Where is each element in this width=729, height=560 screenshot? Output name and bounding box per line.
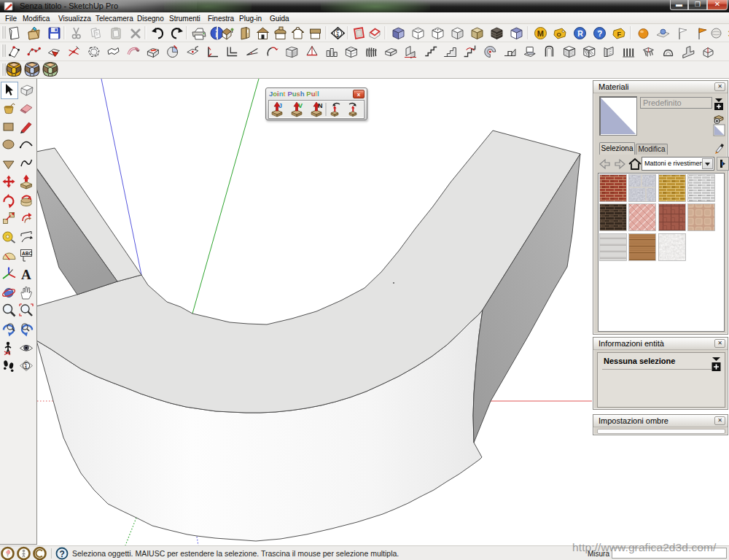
svg-text:R: R	[577, 29, 583, 38]
svg-text:O: O	[557, 31, 561, 38]
svg-text:ABC: ABC	[22, 251, 32, 256]
svg-text:J: J	[278, 102, 282, 109]
svg-text:S: S	[25, 366, 27, 370]
svg-text:N: N	[318, 102, 323, 109]
svg-text:V: V	[298, 102, 303, 109]
svg-text:A: A	[21, 267, 31, 282]
svg-text:?: ?	[60, 549, 65, 559]
svg-text:M: M	[537, 29, 544, 38]
svg-text:F: F	[617, 31, 622, 38]
svg-text:?: ?	[598, 29, 603, 38]
